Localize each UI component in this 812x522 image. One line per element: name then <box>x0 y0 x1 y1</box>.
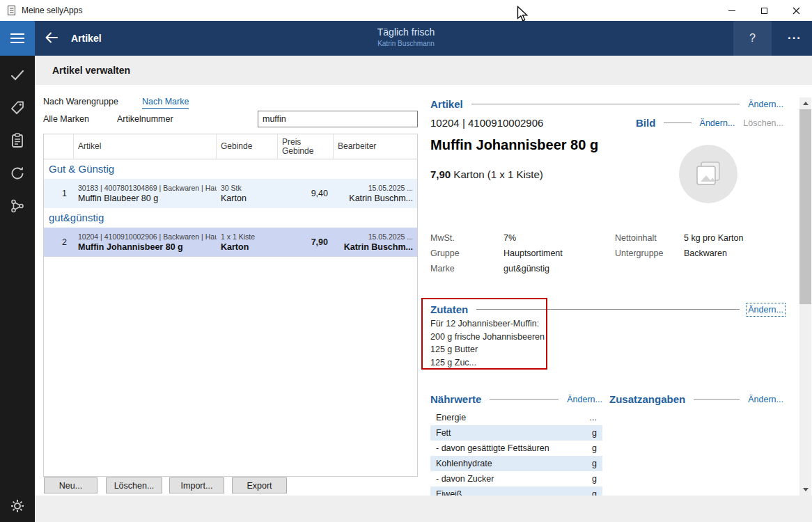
new-button[interactable]: Neu... <box>44 477 97 493</box>
section-title: Artikel verwalten <box>52 56 130 85</box>
import-button[interactable]: Import... <box>169 477 224 493</box>
bild-section-header: Bild Ändern... Löschen... <box>636 117 783 129</box>
minimize-button[interactable] <box>716 0 748 21</box>
nutrient-row[interactable]: - davon Zucker g <box>430 471 602 487</box>
maximize-button[interactable] <box>748 0 780 21</box>
nutrient-row[interactable]: Eiweiß g <box>430 487 602 496</box>
tab-nach-warengruppe[interactable]: Nach Warengruppe <box>43 97 118 106</box>
table-row-selected[interactable]: 2 10204 | 4100910002906 | Backwaren | Ha… <box>44 228 417 257</box>
close-button[interactable] <box>780 0 812 21</box>
hamburger-icon <box>10 33 24 35</box>
zutaten-line: 125 g Butter <box>430 343 545 356</box>
bearbeiter-cell: 15.05.2025 ... Katrin Buschm... <box>334 179 417 208</box>
col-bearbeiter[interactable]: Bearbeiter <box>334 134 417 159</box>
naehrwerte-section-header: Nährwerte Ändern... <box>430 393 602 405</box>
zusatzangaben-section-header: Zusatzangaben Ändern... <box>609 393 783 405</box>
sidebar-item-share[interactable] <box>9 198 26 214</box>
share-network-icon <box>9 198 26 214</box>
gebinde-bottom: Karton <box>221 242 274 252</box>
col-gebinde[interactable]: Gebinde <box>217 134 278 159</box>
article-cell: 10204 | 4100910002906 | Backwaren | Haup… <box>74 228 217 257</box>
zusatzangaben-heading: Zusatzangaben <box>609 393 685 405</box>
scrollbar-up-button[interactable] <box>799 97 811 109</box>
col-artikel[interactable]: Artikel <box>74 134 217 159</box>
product-image-placeholder <box>679 145 737 203</box>
nutrient-unit: g <box>592 459 597 468</box>
nutrient-row[interactable]: Kohlenhydrate g <box>430 456 602 471</box>
nutrient-row[interactable]: Fett g <box>430 425 602 441</box>
nutrient-label: - davon gesättigte Fettsäuren <box>436 443 549 453</box>
gebinde-top: 1 x 1 Kiste <box>221 232 274 241</box>
product-price-unit: Karton (1 x 1 Kiste) <box>451 168 543 180</box>
page-title: Artikel <box>71 21 102 56</box>
col-preis-gebinde[interactable]: Preis Gebinde <box>278 134 334 159</box>
divider <box>476 309 740 310</box>
sidebar-item-articles[interactable] <box>9 132 26 149</box>
article-number-label[interactable]: Artikelnummer <box>117 114 173 124</box>
hamburger-menu-button[interactable] <box>0 21 35 56</box>
tab-nach-marke[interactable]: Nach Marke <box>142 97 189 109</box>
zutaten-line: Für 12 Johannisbeer-Muffin: <box>430 317 545 331</box>
article-id: 10204 | 4100910002906 <box>430 117 543 129</box>
detail-scrollbar[interactable] <box>799 97 811 496</box>
marke-value: gut&günstig <box>503 261 615 276</box>
sidebar-item-brands[interactable] <box>9 100 26 116</box>
nutrient-row[interactable]: Energie ... <box>430 410 602 425</box>
group-header-gut-guenstig[interactable]: Gut & Günstig <box>44 159 417 179</box>
sidebar-item-settings[interactable] <box>9 498 26 514</box>
bild-delete-link[interactable]: Löschen... <box>743 118 783 128</box>
scrollbar-down-button[interactable] <box>799 484 811 496</box>
zusatzangaben-change-link[interactable]: Ändern... <box>748 395 783 404</box>
divider <box>471 104 740 104</box>
all-brands-label[interactable]: Alle Marken <box>43 114 89 124</box>
product-name: Muffin Johannisbeer 80 g <box>430 137 598 153</box>
nutrient-label: Energie <box>436 413 466 422</box>
help-button[interactable]: ? <box>733 21 772 56</box>
minimize-icon <box>728 10 735 11</box>
row-number: 1 <box>44 179 74 208</box>
image-stack-icon <box>692 158 724 190</box>
gebinde-cell: 1 x 1 Kiste Karton <box>217 228 278 257</box>
article-meta: 30183 | 4007801304869 | Backwaren | Haup… <box>78 184 212 192</box>
app-window: Meine sellyApps Artikel Täglich frisch K… <box>0 0 812 522</box>
scrollbar-thumb[interactable] <box>799 109 811 304</box>
user-name: Katrin Buschmann <box>302 40 510 47</box>
shop-name: Täglich frisch <box>302 26 510 38</box>
price-cell: 9,40 <box>278 179 334 208</box>
marke-label: Marke <box>430 261 503 276</box>
sidebar-item-sync[interactable] <box>9 165 26 182</box>
section-band <box>35 56 812 85</box>
more-options-button[interactable]: ··· <box>779 21 811 56</box>
delete-button[interactable]: Löschen... <box>106 477 162 493</box>
nutrient-row[interactable]: - davon gesättigte Fettsäuren g <box>430 441 602 456</box>
row-number: 2 <box>44 228 74 257</box>
artikel-change-link[interactable]: Ändern... <box>748 100 783 109</box>
zutaten-change-link[interactable]: Ändern... <box>748 305 783 315</box>
table-row[interactable]: 1 30183 | 4007801304869 | Backwaren | Ha… <box>44 179 417 208</box>
back-arrow-icon <box>43 29 60 46</box>
group-header-gutguenstig[interactable]: gut&günstig <box>44 208 417 228</box>
nutrient-unit: g <box>592 443 597 453</box>
sidebar-item-tasks[interactable] <box>9 67 26 84</box>
sync-icon <box>9 165 26 182</box>
back-button[interactable] <box>43 29 60 49</box>
bearbeiter-cell: 15.05.2025 ... Katrin Buschm... <box>334 228 417 257</box>
search-input[interactable] <box>258 111 418 127</box>
gebinde-top: 30 Stk <box>221 184 274 192</box>
editor-name: Katrin Buschm... <box>349 193 413 203</box>
gebinde-bottom: Karton <box>221 193 274 203</box>
zutaten-text: Für 12 Johannisbeer-Muffin: 200 g frisch… <box>430 317 545 369</box>
article-cell: 30183 | 4007801304869 | Backwaren | Haup… <box>74 179 217 208</box>
gruppe-label: Gruppe <box>430 246 503 261</box>
gear-icon <box>9 498 26 514</box>
window-title: Meine sellyApps <box>22 0 82 21</box>
col-num <box>44 134 74 159</box>
editor-name: Katrin Buschm... <box>344 242 413 252</box>
export-button[interactable]: Export <box>232 477 287 493</box>
zutaten-line: 125 g Zuc... <box>430 356 545 370</box>
article-meta: 10204 | 4100910002906 | Backwaren | Haup… <box>78 232 212 241</box>
naehrwerte-change-link[interactable]: Ändern... <box>567 395 602 404</box>
bottom-band <box>35 496 812 522</box>
arrow-down-icon <box>803 488 809 491</box>
bild-change-link[interactable]: Ändern... <box>700 118 735 128</box>
